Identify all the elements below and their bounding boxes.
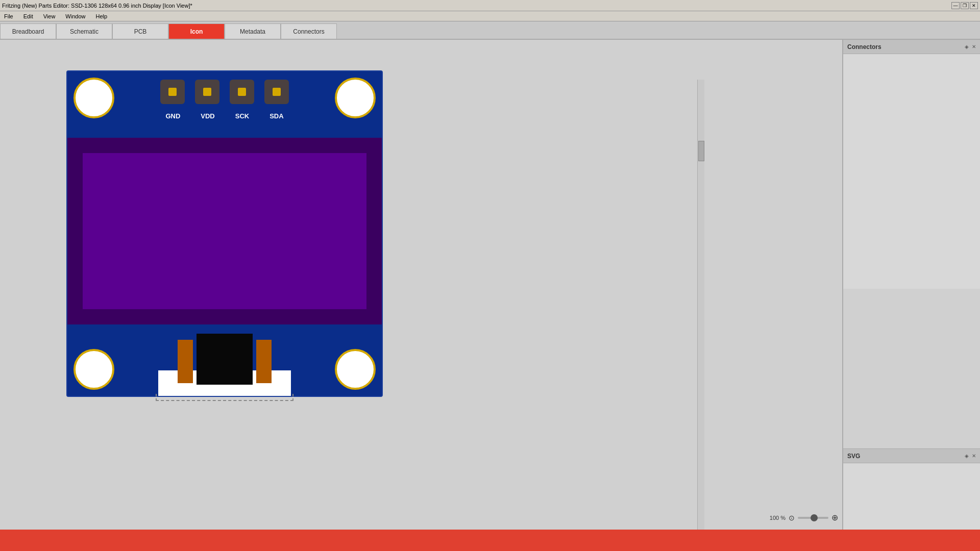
pin-label-sda: SDA <box>270 112 283 120</box>
pin-gnd <box>160 80 185 104</box>
tab-breadboard[interactable]: Breadboard <box>0 23 56 39</box>
window-title: Fritzing (New) Parts Editor: SSD-1306 12… <box>2 3 192 9</box>
corner-circle-tr <box>335 78 376 118</box>
pin-center-vdd <box>203 88 211 96</box>
pin-label-sck: SCK <box>235 112 249 120</box>
svg-pin-icon[interactable]: ◈ <box>965 453 969 459</box>
zoom-controls: 100 % ⊙ ⊕ <box>770 513 838 522</box>
pin-pad-sck <box>230 80 254 104</box>
close-button[interactable]: ✕ <box>970 2 978 9</box>
connectors-panel-title: Connectors <box>847 43 881 51</box>
tab-icon[interactable]: Icon <box>168 23 225 39</box>
pin-label-vdd: VDD <box>201 112 214 120</box>
corner-circle-bl <box>74 349 114 390</box>
selection-dashed-border <box>156 394 293 401</box>
connector-black-box <box>197 334 253 385</box>
zoom-icon-circle: ⊙ <box>789 514 795 522</box>
tab-schematic[interactable]: Schematic <box>56 23 112 39</box>
pin-pad-vdd <box>195 80 219 104</box>
window-controls: — ❐ ✕ <box>951 2 978 9</box>
connectors-section: Connectors ◈ ✕ <box>843 40 980 449</box>
pin-sck <box>230 80 254 104</box>
menubar: File Edit View Window Help <box>0 11 980 21</box>
connector-pin-left <box>178 340 193 383</box>
canvas-area[interactable]: GND VDD SCK SDA <box>0 40 842 551</box>
titlebar: Fritzing (New) Parts Editor: SSD-1306 12… <box>0 0 980 11</box>
statusbar <box>0 530 980 551</box>
svg-panel-header: SVG ◈ ✕ <box>843 449 980 463</box>
vertical-scrollbar-thumb[interactable] <box>698 141 704 161</box>
pins-area: GND VDD SCK SDA <box>160 80 289 120</box>
display-outer <box>67 138 382 324</box>
connectors-pin-icon[interactable]: ◈ <box>965 44 969 49</box>
restore-button[interactable]: ❐ <box>961 2 969 9</box>
connectors-panel-controls: ◈ ✕ <box>965 44 976 49</box>
right-panel: Connectors ◈ ✕ SVG ◈ ✕ <box>842 40 980 551</box>
display-screen <box>83 153 366 309</box>
component-wrapper: GND VDD SCK SDA <box>66 70 383 397</box>
minimize-button[interactable]: — <box>951 2 960 9</box>
zoom-slider[interactable] <box>798 517 828 519</box>
zoom-in-icon[interactable]: ⊕ <box>831 513 838 522</box>
pin-center-gnd <box>168 88 177 96</box>
tab-metadata[interactable]: Metadata <box>225 23 281 39</box>
pin-sda <box>264 80 289 104</box>
vertical-scrollbar[interactable] <box>697 80 704 551</box>
menu-view[interactable]: View <box>41 13 58 19</box>
zoom-percent: 100 % <box>770 515 786 521</box>
connectors-panel-content <box>843 54 980 289</box>
menu-help[interactable]: Help <box>93 13 109 19</box>
tab-connectors[interactable]: Connectors <box>281 23 337 39</box>
pins-row <box>160 80 289 104</box>
main-layout: GND VDD SCK SDA <box>0 40 980 551</box>
corner-circle-tl <box>74 78 114 118</box>
menu-edit[interactable]: Edit <box>21 13 35 19</box>
pin-label-gnd: GND <box>165 112 180 120</box>
pin-pad-gnd <box>160 80 185 104</box>
menu-window[interactable]: Window <box>63 13 87 19</box>
pin-center-sda <box>273 88 281 96</box>
connector-pin-right <box>256 340 272 383</box>
pin-pad-sda <box>264 80 289 104</box>
component-board: GND VDD SCK SDA <box>66 70 383 397</box>
pin-vdd <box>195 80 219 104</box>
tabbar: Breadboard Schematic PCB Icon Metadata C… <box>0 21 980 40</box>
pin-center-sck <box>238 88 246 96</box>
svg-panel-controls: ◈ ✕ <box>965 453 976 459</box>
zoom-slider-thumb[interactable] <box>811 514 818 521</box>
tab-pcb[interactable]: PCB <box>112 23 168 39</box>
connectors-panel-header: Connectors ◈ ✕ <box>843 40 980 54</box>
corner-circle-br <box>335 349 376 390</box>
svg-close-icon[interactable]: ✕ <box>972 453 976 459</box>
svg-panel-title: SVG <box>847 453 860 460</box>
menu-file[interactable]: File <box>2 13 15 19</box>
connectors-close-icon[interactable]: ✕ <box>972 44 976 49</box>
